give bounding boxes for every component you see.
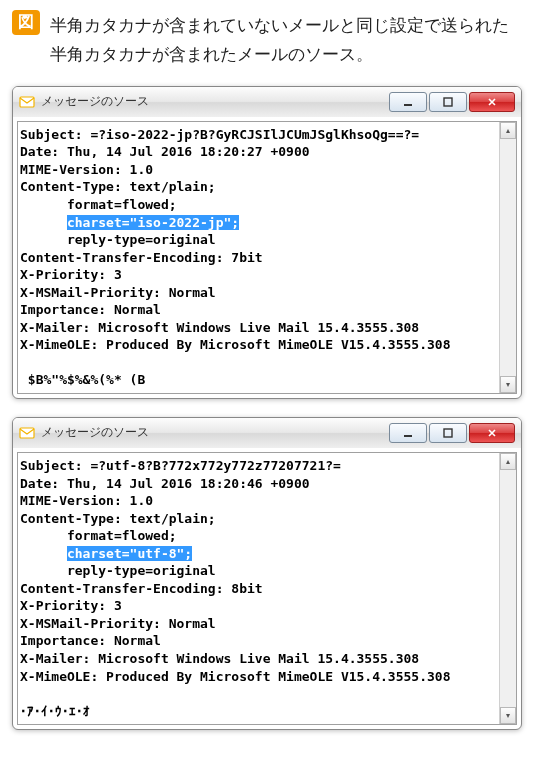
window-controls — [389, 423, 515, 443]
scroll-up-button[interactable]: ▴ — [500, 122, 516, 139]
titlebar: メッセージのソース — [13, 418, 521, 448]
svg-rect-3 — [20, 428, 34, 438]
message-icon — [19, 94, 35, 110]
svg-rect-5 — [444, 429, 452, 437]
message-icon — [19, 425, 35, 441]
message-source-window: メッセージのソース Subject: =?utf-8?B?772x772y772… — [12, 417, 522, 730]
scrollbar[interactable]: ▴ ▾ — [499, 453, 516, 724]
svg-rect-4 — [404, 435, 412, 437]
close-button[interactable] — [469, 423, 515, 443]
svg-rect-2 — [444, 98, 452, 106]
window-controls — [389, 92, 515, 112]
window-title: メッセージのソース — [41, 93, 383, 110]
scroll-up-button[interactable]: ▴ — [500, 453, 516, 470]
minimize-button[interactable] — [389, 423, 427, 443]
figure-badge: 図 — [12, 10, 40, 35]
message-source-text[interactable]: Subject: =?utf-8?B?772x772y772z77207721?… — [18, 453, 499, 724]
maximize-button[interactable] — [429, 92, 467, 112]
titlebar: メッセージのソース — [13, 87, 521, 117]
scroll-down-button[interactable]: ▾ — [500, 376, 516, 393]
message-source-text[interactable]: Subject: =?iso-2022-jp?B?GyRCJSIlJCUmJSg… — [18, 122, 499, 393]
window-title: メッセージのソース — [41, 424, 383, 441]
minimize-button[interactable] — [389, 92, 427, 112]
message-source-window: メッセージのソース Subject: =?iso-2022-jp?B?GyRCJ… — [12, 86, 522, 399]
scroll-track[interactable] — [500, 139, 516, 376]
figure-caption: 半角カタカナが含まれていないメールと同じ設定で送られた半角カタカナが含まれたメー… — [50, 10, 522, 70]
scroll-track[interactable] — [500, 470, 516, 707]
scrollbar[interactable]: ▴ ▾ — [499, 122, 516, 393]
figure-header: 図 半角カタカナが含まれていないメールと同じ設定で送られた半角カタカナが含まれた… — [0, 0, 534, 86]
svg-rect-1 — [404, 104, 412, 106]
svg-rect-0 — [20, 97, 34, 107]
scroll-down-button[interactable]: ▾ — [500, 707, 516, 724]
content-area: Subject: =?utf-8?B?772x772y772z77207721?… — [17, 452, 517, 725]
maximize-button[interactable] — [429, 423, 467, 443]
content-area: Subject: =?iso-2022-jp?B?GyRCJSIlJCUmJSg… — [17, 121, 517, 394]
close-button[interactable] — [469, 92, 515, 112]
